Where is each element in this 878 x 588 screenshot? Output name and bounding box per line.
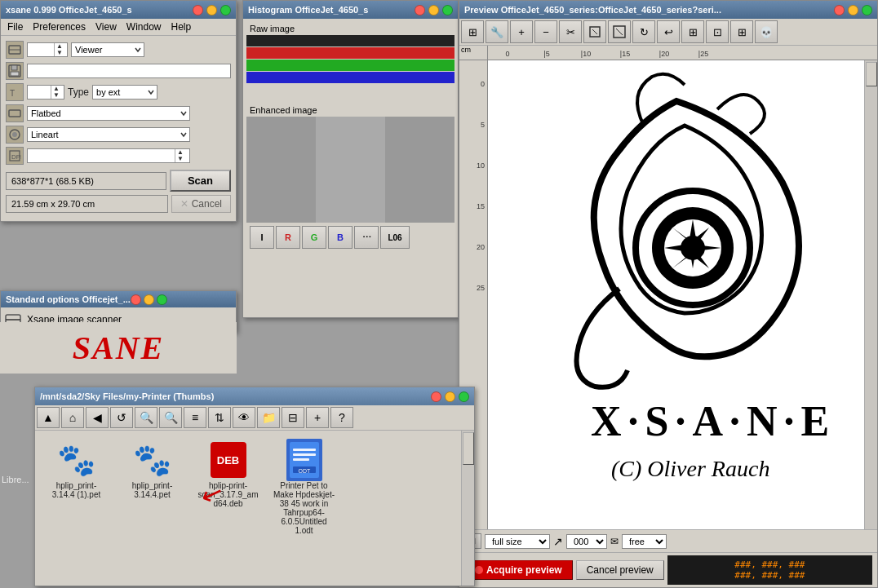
hist-btn-l06[interactable]: L06: [380, 226, 410, 249]
enhanced-col-1: [246, 117, 316, 223]
rv10: 10: [459, 145, 485, 186]
prev-rotate-btn[interactable]: ↻: [632, 20, 655, 43]
save-icon: [6, 62, 24, 80]
hist-minimize-btn[interactable]: [428, 5, 439, 15]
prev-zoom-region-btn[interactable]: ⊡: [706, 20, 729, 43]
prev-fit2-btn[interactable]: [608, 20, 631, 43]
xsane-close-btn[interactable]: [193, 5, 203, 15]
rv15: 15: [459, 186, 485, 227]
free-select[interactable]: free: [622, 534, 667, 549]
num-arrows[interactable]: ▲ ▼: [54, 43, 64, 56]
preview-main-area: 0 5 10 15 20 25: [459, 60, 877, 529]
cancel-preview-button[interactable]: Cancel preview: [576, 560, 664, 580]
prev-pick-btn[interactable]: 🔧: [486, 20, 508, 43]
fm-back-btn[interactable]: ◀: [86, 407, 109, 428]
list-item[interactable]: 🐾 hplip_print-3.14.4 (1).pet: [42, 437, 111, 538]
file-name-1: hplip_print-3.14.4 (1).pet: [45, 481, 108, 499]
prev-select-btn[interactable]: ⊞: [461, 20, 484, 43]
size-select[interactable]: full size: [485, 534, 550, 549]
xsane-maximize-btn[interactable]: [220, 5, 231, 15]
prev-zoom-page-btn[interactable]: ⊞: [730, 20, 753, 43]
fm-scroll-thumb[interactable]: [463, 432, 474, 465]
num-down[interactable]: ▼: [55, 50, 64, 56]
fm-zoom-in-btn[interactable]: 🔍: [135, 407, 157, 428]
fm-folder-btn[interactable]: 📁: [257, 407, 280, 428]
type-select[interactable]: by ext: [92, 85, 157, 99]
menu-preferences[interactable]: Preferences: [28, 20, 91, 34]
increment-spinbox[interactable]: +1 ▲ ▼: [27, 85, 64, 99]
resolution-spinbox[interactable]: 75 ▲ ▼: [27, 148, 190, 163]
std-minimize[interactable]: [144, 294, 154, 305]
xsane-minimize-btn[interactable]: [206, 5, 217, 15]
prev-zoom-in-btn[interactable]: +: [510, 20, 533, 43]
menu-window[interactable]: Window: [122, 20, 166, 34]
res-arrows[interactable]: ▲ ▼: [175, 149, 185, 162]
cancel-button[interactable]: ✕ Cancel: [171, 195, 231, 213]
inc-arrows[interactable]: ▲ ▼: [51, 86, 61, 99]
num-spinbox[interactable]: 1 ▲ ▼: [27, 42, 68, 57]
fm-maximize-btn[interactable]: [459, 391, 469, 402]
svg-line-14: [592, 29, 597, 34]
hist-btn-g[interactable]: G: [302, 226, 326, 249]
acquire-preview-button[interactable]: Acquire preview: [464, 560, 573, 580]
fm-scrollbar[interactable]: [461, 431, 474, 586]
scan-button[interactable]: Scan: [170, 170, 231, 192]
mode-select[interactable]: Lineart: [27, 127, 190, 142]
std-close[interactable]: [131, 294, 141, 305]
list-item[interactable]: DEB hplip-print-scan_3.17.9_amd64.deb ↙: [193, 437, 263, 538]
num-input[interactable]: 1: [28, 43, 54, 56]
histogram-body: Raw image Enhanced image I R G B ⋯ L06: [243, 19, 458, 255]
source-select[interactable]: Flatbed: [27, 106, 190, 121]
increment-input[interactable]: +1: [28, 86, 51, 99]
fm-refresh-btn[interactable]: ↺: [110, 407, 133, 428]
fm-add-btn[interactable]: +: [306, 407, 329, 428]
filepath-row: /root/out.pnm: [6, 62, 231, 80]
fm-sort-btn[interactable]: ⇅: [208, 407, 231, 428]
menu-view[interactable]: View: [91, 20, 122, 34]
hist-maximize-btn[interactable]: [442, 5, 453, 15]
prev-close-btn[interactable]: [834, 5, 845, 15]
res-down[interactable]: ▼: [175, 156, 185, 162]
hist-btn-i[interactable]: I: [250, 226, 274, 249]
prev-zoom-out-btn[interactable]: −: [534, 20, 557, 43]
prev-minimize-btn[interactable]: [848, 5, 858, 15]
fm-zoom-out-btn[interactable]: 🔍: [159, 407, 182, 428]
enhanced-col-2: [316, 117, 385, 223]
menu-help[interactable]: Help: [166, 20, 197, 34]
rotation-select[interactable]: 000: [566, 534, 607, 549]
fm-up-btn[interactable]: ▲: [37, 407, 60, 428]
xsane-main-window: xsane 0.999 OfficeJet_4650_s File Prefer…: [0, 0, 237, 222]
fm-help-btn[interactable]: ?: [330, 407, 353, 428]
fm-home-btn[interactable]: ⌂: [61, 407, 84, 428]
hist-btn-r[interactable]: R: [276, 226, 300, 249]
ruler-h: 0 |5 |10 |15 |20 |25: [488, 46, 877, 60]
deb-icon: DEB: [209, 440, 248, 480]
hist-btn-misc[interactable]: ⋯: [354, 226, 379, 249]
menu-file[interactable]: File: [2, 20, 28, 34]
filepath-input[interactable]: /root/out.pnm: [27, 64, 231, 78]
rv5: 5: [459, 104, 485, 145]
hist-btn-b[interactable]: B: [328, 226, 353, 249]
inc-down[interactable]: ▼: [51, 92, 61, 99]
prev-cut-btn[interactable]: ✂: [559, 20, 582, 43]
prev-maximize-btn[interactable]: [862, 5, 872, 15]
fm-minimize-btn[interactable]: [445, 391, 455, 402]
prev-undo-btn[interactable]: ↩: [657, 20, 680, 43]
fm-eye-btn[interactable]: 👁: [233, 407, 255, 428]
list-item[interactable]: 🐾 hplip_print-3.14.4.pet: [118, 437, 187, 538]
std-maximize[interactable]: [157, 294, 167, 305]
hist-close-btn[interactable]: [415, 5, 425, 15]
fm-list-btn[interactable]: ≡: [184, 407, 206, 428]
prev-skull-btn[interactable]: 💀: [755, 20, 778, 43]
list-item[interactable]: ODT Printer Pet to Make Hpdeskjet-38 45 …: [269, 437, 339, 538]
prev-grid-btn[interactable]: ⊞: [681, 20, 704, 43]
prev-fit-btn[interactable]: [583, 20, 606, 43]
deb-icon-box: DEB: [211, 442, 246, 478]
fm-copy-btn[interactable]: ⊟: [282, 407, 304, 428]
fm-content: 🐾 hplip_print-3.14.4 (1).pet 🐾 hplip_pri…: [35, 431, 474, 586]
viewer-select[interactable]: Viewer: [71, 42, 144, 57]
resolution-input[interactable]: 75: [28, 149, 175, 162]
scroll-thumb-v[interactable]: [866, 62, 877, 86]
fm-close-btn[interactable]: [431, 391, 441, 402]
preview-scrollbar-v[interactable]: [864, 60, 877, 529]
